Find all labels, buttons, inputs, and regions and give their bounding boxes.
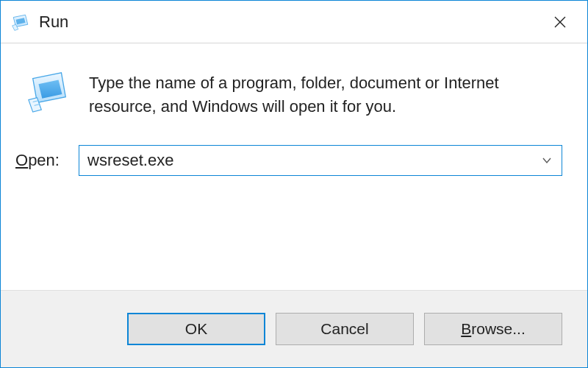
chevron-down-icon	[542, 155, 552, 166]
browse-button[interactable]: Browse...	[424, 313, 562, 345]
button-row: OK Cancel Browse...	[1, 290, 587, 367]
open-input[interactable]	[79, 146, 532, 175]
run-dialog: Run	[0, 0, 588, 368]
open-combobox[interactable]	[79, 145, 562, 176]
dropdown-button[interactable]	[532, 146, 562, 175]
cancel-button[interactable]: Cancel	[276, 313, 414, 345]
run-icon	[26, 68, 71, 114]
run-icon-small	[11, 13, 30, 32]
window-title: Run	[39, 13, 533, 32]
description-text: Type the name of a program, folder, docu…	[89, 68, 562, 118]
open-label: Open:	[15, 151, 79, 170]
ok-button[interactable]: OK	[127, 313, 265, 345]
close-icon	[553, 15, 567, 29]
content-area: Type the name of a program, folder, docu…	[1, 43, 587, 118]
open-field-row: Open:	[1, 118, 587, 176]
close-button[interactable]	[533, 1, 587, 43]
titlebar: Run	[1, 1, 587, 43]
